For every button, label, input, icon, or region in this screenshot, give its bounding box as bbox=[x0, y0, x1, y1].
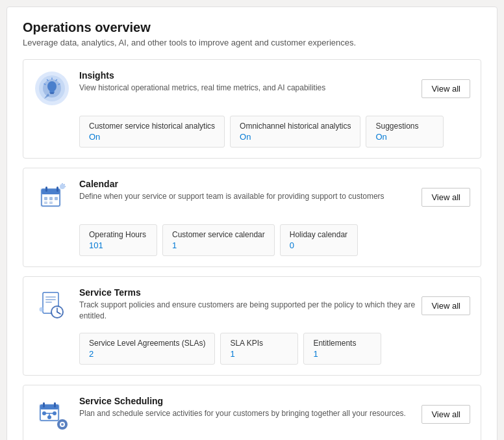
calendar-icon bbox=[34, 179, 70, 215]
service-terms-icon bbox=[34, 287, 70, 324]
section-left-service-terms: Service TermsTrack support policies and … bbox=[34, 287, 422, 324]
item-value: On bbox=[89, 132, 215, 142]
svg-rect-16 bbox=[44, 197, 47, 200]
item-value: On bbox=[375, 132, 434, 142]
section-service-terms: Service TermsTrack support policies and … bbox=[23, 276, 481, 376]
item-value: 101 bbox=[89, 240, 147, 250]
insights-icon bbox=[34, 70, 70, 107]
section-title-insights: Insights bbox=[79, 70, 422, 81]
svg-rect-15 bbox=[57, 187, 58, 192]
section-desc-calendar: Define when your service or support team… bbox=[79, 191, 422, 202]
svg-line-7 bbox=[56, 80, 57, 81]
section-service-scheduling: Service SchedulingPlan and schedule serv… bbox=[23, 385, 481, 440]
section-desc-insights: View historical operational metrics, rea… bbox=[79, 83, 422, 94]
list-item[interactable]: Service Level Agreements (SLAs)2 bbox=[79, 333, 215, 365]
svg-line-9 bbox=[47, 80, 49, 81]
svg-point-44 bbox=[53, 411, 57, 415]
section-left-service-scheduling: Service SchedulingPlan and schedule serv… bbox=[34, 396, 422, 432]
section-desc-service-scheduling: Plan and schedule service activities for… bbox=[79, 408, 422, 419]
item-label: Holiday calendar bbox=[290, 230, 348, 239]
section-header-insights: InsightsView historical operational metr… bbox=[34, 70, 470, 107]
section-header-service-terms: Service TermsTrack support policies and … bbox=[34, 287, 470, 324]
svg-rect-20 bbox=[49, 201, 53, 204]
section-desc-service-terms: Track support policies and ensure custom… bbox=[79, 300, 422, 322]
view-all-button-service-terms[interactable]: View all bbox=[422, 296, 470, 315]
svg-rect-17 bbox=[49, 197, 53, 200]
svg-rect-19 bbox=[44, 201, 47, 204]
item-label: Customer service calendar bbox=[172, 230, 265, 239]
section-insights: InsightsView historical operational metr… bbox=[23, 59, 481, 159]
page-container: Operations overview Leverage data, analy… bbox=[6, 6, 498, 440]
section-header-calendar: CalendarDefine when your service or supp… bbox=[34, 179, 470, 215]
section-items-calendar: Operating Hours101Customer service calen… bbox=[34, 224, 470, 256]
service-scheduling-icon bbox=[34, 396, 70, 432]
svg-line-8 bbox=[58, 84, 60, 84]
section-title-calendar: Calendar bbox=[79, 179, 422, 189]
svg-rect-26 bbox=[45, 296, 56, 298]
svg-rect-37 bbox=[43, 402, 45, 408]
section-text-calendar: CalendarDefine when your service or supp… bbox=[79, 179, 422, 202]
section-left-insights: InsightsView historical operational metr… bbox=[34, 70, 422, 107]
section-text-service-terms: Service TermsTrack support policies and … bbox=[79, 287, 422, 322]
view-all-button-calendar[interactable]: View all bbox=[422, 188, 470, 207]
svg-point-3 bbox=[47, 81, 57, 92]
list-item[interactable]: Holiday calendar0 bbox=[280, 224, 358, 256]
svg-line-10 bbox=[44, 84, 45, 84]
svg-line-24 bbox=[64, 185, 65, 185]
section-title-service-scheduling: Service Scheduling bbox=[79, 396, 422, 406]
section-title-service-terms: Service Terms bbox=[79, 287, 422, 298]
item-label: SLA KPIs bbox=[230, 339, 288, 348]
item-value: 1 bbox=[313, 349, 372, 359]
item-value: On bbox=[240, 132, 351, 142]
item-value: 0 bbox=[290, 240, 348, 250]
svg-point-21 bbox=[60, 184, 65, 189]
svg-point-47 bbox=[61, 423, 64, 426]
section-left-calendar: CalendarDefine when your service or supp… bbox=[34, 179, 422, 215]
list-item[interactable]: Customer service historical analyticsOn bbox=[79, 116, 225, 148]
view-all-button-service-scheduling[interactable]: View all bbox=[422, 405, 470, 424]
svg-point-33 bbox=[40, 307, 44, 312]
list-item[interactable]: SLA KPIs1 bbox=[220, 333, 298, 365]
item-label: Suggestions bbox=[375, 122, 434, 131]
page-title: Operations overview bbox=[23, 20, 481, 35]
svg-point-43 bbox=[47, 415, 51, 419]
list-item[interactable]: Omnichannel historical analyticsOn bbox=[230, 116, 360, 148]
item-label: Omnichannel historical analytics bbox=[240, 122, 351, 131]
section-calendar: CalendarDefine when your service or supp… bbox=[23, 168, 481, 267]
svg-rect-38 bbox=[54, 402, 56, 408]
page-subtitle: Leverage data, analytics, AI, and other … bbox=[23, 38, 481, 47]
item-label: Service Level Agreements (SLAs) bbox=[89, 339, 205, 348]
list-item[interactable]: Operating Hours101 bbox=[79, 224, 157, 256]
item-label: Entitlements bbox=[313, 339, 372, 348]
section-items-insights: Customer service historical analyticsOnO… bbox=[34, 116, 470, 148]
item-value: 1 bbox=[172, 240, 265, 250]
section-items-service-terms: Service Level Agreements (SLAs)2SLA KPIs… bbox=[34, 333, 470, 365]
svg-rect-5 bbox=[50, 93, 54, 94]
list-item[interactable]: Entitlements1 bbox=[303, 333, 381, 365]
item-label: Operating Hours bbox=[89, 230, 147, 239]
section-header-service-scheduling: Service SchedulingPlan and schedule serv… bbox=[34, 396, 470, 432]
item-value: 2 bbox=[89, 349, 205, 359]
section-text-service-scheduling: Service SchedulingPlan and schedule serv… bbox=[79, 396, 422, 419]
sections-container: InsightsView historical operational metr… bbox=[23, 59, 481, 440]
svg-rect-18 bbox=[55, 197, 58, 200]
svg-point-42 bbox=[42, 411, 46, 415]
svg-rect-28 bbox=[45, 302, 52, 303]
svg-rect-27 bbox=[45, 299, 56, 300]
list-item[interactable]: Customer service calendar1 bbox=[162, 224, 275, 256]
svg-rect-14 bbox=[45, 187, 47, 192]
view-all-button-insights[interactable]: View all bbox=[422, 79, 470, 98]
item-value: 1 bbox=[230, 349, 288, 359]
item-label: Customer service historical analytics bbox=[89, 122, 215, 131]
section-text-insights: InsightsView historical operational metr… bbox=[79, 70, 422, 94]
list-item[interactable]: SuggestionsOn bbox=[366, 116, 444, 148]
